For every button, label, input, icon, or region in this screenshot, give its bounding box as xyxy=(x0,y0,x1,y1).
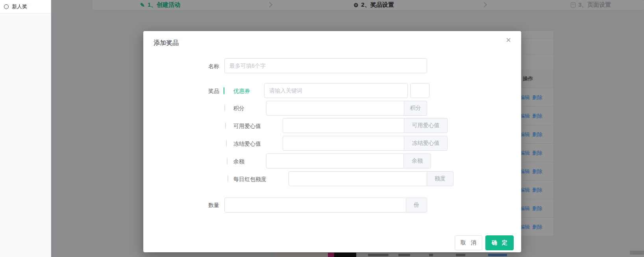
radio-frozen-love-label[interactable]: 冻结爱心值 xyxy=(233,141,261,148)
radio-coupon-label[interactable]: 优惠券 xyxy=(233,88,250,95)
daily-redpacket-suffix: 额度 xyxy=(427,171,453,186)
radio-balance-label[interactable]: 余额 xyxy=(233,158,244,165)
radio-balance[interactable] xyxy=(227,157,228,165)
points-suffix: 积分 xyxy=(404,101,427,116)
radio-daily-redpacket[interactable] xyxy=(228,175,228,183)
radio-usable-love-label[interactable]: 可用爱心值 xyxy=(233,123,261,130)
name-input[interactable] xyxy=(224,58,427,73)
add-prize-dialog: 添加奖品 × 名称 奖品 优惠券 积分 积分 可用爱心值 可用爱心值 冻结爱心值… xyxy=(143,31,521,252)
usable-love-input[interactable] xyxy=(283,118,404,133)
radio-daily-redpacket-label[interactable]: 每日红包额度 xyxy=(233,176,266,183)
balance-suffix: 余额 xyxy=(404,153,431,168)
coupon-keyword-input[interactable] xyxy=(264,83,408,98)
sidebar: 新人奖 xyxy=(0,0,51,257)
radio-frozen-love[interactable] xyxy=(226,140,227,147)
name-field-label: 名称 xyxy=(183,63,219,70)
radio-coupon[interactable] xyxy=(224,87,224,94)
confirm-button[interactable]: 确 定 xyxy=(485,235,514,250)
quantity-field-label: 数量 xyxy=(183,202,219,209)
radio-usable-love[interactable] xyxy=(225,122,226,129)
radio-points[interactable] xyxy=(224,104,225,112)
daily-redpacket-input[interactable] xyxy=(289,171,427,186)
sidebar-item-label: 新人奖 xyxy=(12,3,27,10)
circle-icon xyxy=(4,4,9,9)
quantity-suffix: 份 xyxy=(406,198,427,213)
quantity-input[interactable] xyxy=(224,198,406,213)
app-window: ✎ 1、创建活动 ⚙ 2、奖品设置 3、页面设置 操作 编辑删除编辑删除编辑删除… xyxy=(0,0,644,257)
dialog-title: 添加奖品 xyxy=(154,39,179,47)
balance-input[interactable] xyxy=(266,153,404,168)
frozen-love-suffix: 冻结爱心值 xyxy=(404,136,448,151)
cancel-button[interactable]: 取 消 xyxy=(455,235,482,250)
prize-field-label: 奖品 xyxy=(183,88,219,95)
radio-points-label[interactable]: 积分 xyxy=(233,105,244,112)
frozen-love-input[interactable] xyxy=(283,136,404,151)
sidebar-item-newcomer-prize[interactable]: 新人奖 xyxy=(0,0,51,13)
coupon-extra-input[interactable] xyxy=(410,83,429,98)
points-input[interactable] xyxy=(266,101,404,116)
usable-love-suffix: 可用爱心值 xyxy=(404,118,448,133)
close-icon[interactable]: × xyxy=(506,36,511,44)
